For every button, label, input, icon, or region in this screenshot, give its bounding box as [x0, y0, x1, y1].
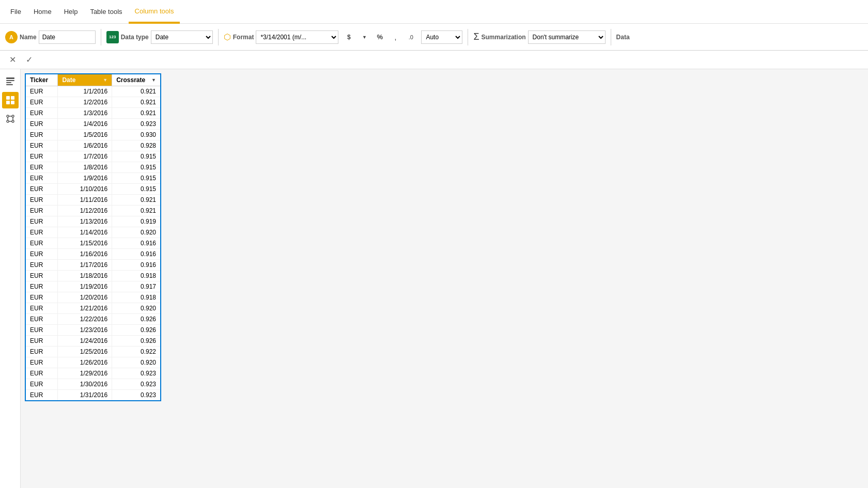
cell-ticker: EUR [25, 97, 58, 108]
col-header-date[interactable]: Date ▼ [58, 74, 112, 86]
table-row[interactable]: EUR 1/29/2016 0.923 [25, 368, 161, 379]
col-ticker-label: Ticker [30, 76, 48, 84]
cell-ticker: EUR [25, 390, 58, 401]
decimal-button[interactable]: .0 [404, 30, 418, 44]
table-row[interactable]: EUR 1/14/2016 0.920 [25, 227, 161, 238]
table-row[interactable]: EUR 1/31/2016 0.923 [25, 390, 161, 401]
cell-ticker: EUR [25, 184, 58, 195]
data-type-select[interactable]: Date [151, 30, 213, 44]
col-crossrate-label: Crossrate [116, 76, 145, 84]
cancel-button[interactable]: ✕ [5, 53, 20, 67]
cell-date: 1/31/2016 [58, 390, 112, 401]
menu-item-column-tools[interactable]: Column tools [129, 0, 180, 24]
table-row[interactable]: EUR 1/1/2016 0.921 [25, 86, 161, 97]
date-filter-icon[interactable]: ▼ [103, 77, 107, 83]
table-row[interactable]: EUR 1/4/2016 0.923 [25, 119, 161, 130]
table-row[interactable]: EUR 1/5/2016 0.930 [25, 130, 161, 140]
cell-ticker: EUR [25, 206, 58, 216]
cell-crossrate: 0.923 [112, 119, 161, 130]
cell-date: 1/20/2016 [58, 292, 112, 303]
sidebar-report-icon[interactable] [2, 73, 19, 90]
col-header-ticker[interactable]: Ticker [25, 74, 58, 86]
cell-crossrate: 0.921 [112, 206, 161, 216]
cell-ticker: EUR [25, 281, 58, 292]
cell-ticker: EUR [25, 162, 58, 173]
svg-rect-3 [6, 84, 13, 85]
sep2 [218, 29, 219, 45]
name-input[interactable] [39, 30, 96, 44]
cell-crossrate: 0.923 [112, 368, 161, 379]
cell-ticker: EUR [25, 216, 58, 227]
table-row[interactable]: EUR 1/2/2016 0.921 [25, 97, 161, 108]
sidebar [0, 69, 21, 488]
table-row[interactable]: EUR 1/17/2016 0.916 [25, 260, 161, 271]
table-row[interactable]: EUR 1/6/2016 0.928 [25, 140, 161, 151]
table-row[interactable]: EUR 1/26/2016 0.920 [25, 357, 161, 368]
table-row[interactable]: EUR 1/12/2016 0.921 [25, 206, 161, 216]
summarization-select[interactable]: Don't summarize Sum Average Min Max Coun… [528, 30, 606, 44]
table-row[interactable]: EUR 1/16/2016 0.916 [25, 249, 161, 260]
sep1 [101, 29, 101, 45]
table-row[interactable]: EUR 1/11/2016 0.921 [25, 195, 161, 206]
cell-crossrate: 0.920 [112, 357, 161, 368]
cell-date: 1/26/2016 [58, 357, 112, 368]
cell-date: 1/15/2016 [58, 238, 112, 249]
cell-ticker: EUR [25, 260, 58, 271]
table-row[interactable]: EUR 1/22/2016 0.926 [25, 314, 161, 325]
data-category-label: Data [616, 34, 630, 41]
sum-icon: Σ [473, 32, 479, 42]
cell-ticker: EUR [25, 227, 58, 238]
table-row[interactable]: EUR 1/13/2016 0.919 [25, 216, 161, 227]
col-header-crossrate[interactable]: Crossrate ▼ [112, 74, 161, 86]
table-row[interactable]: EUR 1/21/2016 0.920 [25, 303, 161, 314]
cell-crossrate: 0.923 [112, 390, 161, 401]
table-row[interactable]: EUR 1/23/2016 0.926 [25, 325, 161, 336]
cell-ticker: EUR [25, 368, 58, 379]
table-row[interactable]: EUR 1/30/2016 0.923 [25, 379, 161, 390]
auto-select[interactable]: Auto [421, 30, 462, 44]
sidebar-model-icon[interactable] [2, 111, 19, 127]
data-type-group: 123 Data type Date [106, 30, 213, 44]
format-select[interactable]: *3/14/2001 (m/... [256, 30, 338, 44]
cell-ticker: EUR [25, 325, 58, 336]
currency-button[interactable]: $ [342, 30, 356, 44]
table-row[interactable]: EUR 1/8/2016 0.915 [25, 162, 161, 173]
cell-date: 1/6/2016 [58, 140, 112, 151]
table-row[interactable]: EUR 1/19/2016 0.917 [25, 281, 161, 292]
confirm-button[interactable]: ✓ [22, 53, 36, 67]
percent-button[interactable]: % [373, 30, 387, 44]
cell-ticker: EUR [25, 119, 58, 130]
menu-item-table-tools[interactable]: Table tools [84, 0, 128, 24]
crossrate-filter-icon[interactable]: ▼ [151, 77, 156, 83]
cell-ticker: EUR [25, 130, 58, 140]
currency-dropdown[interactable]: ▼ [357, 30, 371, 44]
ribbon: A Name 123 Data type Date ⬡ Format *3/14… [0, 24, 868, 51]
cell-date: 1/17/2016 [58, 260, 112, 271]
menu-item-file[interactable]: File [4, 0, 27, 24]
table-row[interactable]: EUR 1/24/2016 0.926 [25, 336, 161, 347]
cell-date: 1/23/2016 [58, 325, 112, 336]
action-bar: ✕ ✓ [0, 51, 868, 69]
table-row[interactable]: EUR 1/15/2016 0.916 [25, 238, 161, 249]
number-format-group: $ ▼ % , .0 [342, 30, 418, 44]
svg-point-10 [7, 120, 9, 122]
table-row[interactable]: EUR 1/7/2016 0.915 [25, 151, 161, 162]
cell-date: 1/25/2016 [58, 347, 112, 357]
cell-crossrate: 0.916 [112, 238, 161, 249]
table-row[interactable]: EUR 1/20/2016 0.918 [25, 292, 161, 303]
comma-button[interactable]: , [388, 30, 402, 44]
cell-date: 1/22/2016 [58, 314, 112, 325]
cell-crossrate: 0.918 [112, 271, 161, 281]
cell-crossrate: 0.920 [112, 227, 161, 238]
table-row[interactable]: EUR 1/18/2016 0.918 [25, 271, 161, 281]
table-row[interactable]: EUR 1/10/2016 0.915 [25, 184, 161, 195]
sidebar-data-icon[interactable] [2, 92, 19, 108]
svg-point-11 [12, 120, 14, 122]
menu-item-home[interactable]: Home [27, 0, 58, 24]
menu-item-help[interactable]: Help [58, 0, 84, 24]
table-row[interactable]: EUR 1/25/2016 0.922 [25, 347, 161, 357]
table-row[interactable]: EUR 1/9/2016 0.915 [25, 173, 161, 184]
table-row[interactable]: EUR 1/3/2016 0.921 [25, 108, 161, 119]
cell-crossrate: 0.917 [112, 281, 161, 292]
cell-crossrate: 0.920 [112, 303, 161, 314]
